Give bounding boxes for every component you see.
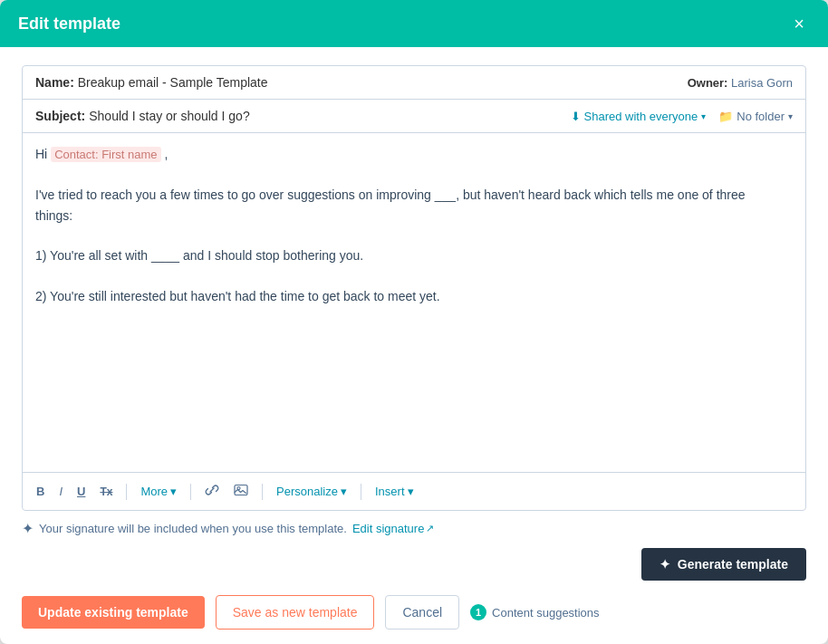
link-button[interactable] [200,480,224,503]
signature-text: Your signature will be included when you… [39,522,347,535]
editor-paragraph-1: I've tried to reach you a few times to g… [35,185,785,226]
name-label: Name: [35,75,74,90]
suggestions-badge: 1 [470,604,486,620]
toolbar-separator-4 [361,484,361,500]
editor-content[interactable]: Hi Contact: First name , I've tried to r… [35,144,793,389]
modal-body: Name: Breakup email - Sample Template Ow… [0,47,828,644]
image-button[interactable] [229,480,253,503]
name-row: Name: Breakup email - Sample Template Ow… [23,66,805,100]
toolbar-separator-3 [262,484,263,500]
subject-left: Subject: Should I stay or should I go? [35,109,250,123]
editor-paragraph-2: 1) You're all set with ____ and I should… [35,245,785,265]
edit-signature-link[interactable]: Edit signature ↗ [352,522,435,535]
generate-template-label: Generate template [678,557,788,572]
editor-toolbar: B I U Tx More ▾ [23,472,805,510]
more-label: More [140,485,168,498]
subject-value: Should I stay or should I go? [89,109,249,123]
update-existing-template-button[interactable]: Update existing template [22,596,205,629]
share-icon: ⬇ [571,110,581,123]
template-card: Name: Breakup email - Sample Template Ow… [22,65,806,511]
generate-template-button[interactable]: ✦ Generate template [641,548,806,581]
contact-token: Contact: First name [51,147,160,162]
subject-right: ⬇ Shared with everyone ▾ 📁 No folder ▾ [571,110,794,123]
personalize-label: Personalize [276,485,338,498]
no-folder-button[interactable]: 📁 No folder ▾ [718,110,793,123]
toolbar-separator-1 [126,484,127,500]
content-suggestions: 1 Content suggestions [470,604,600,620]
generate-row: ✦ Generate template [22,543,806,590]
shared-with-everyone-button[interactable]: ⬇ Shared with everyone ▾ [571,110,707,123]
underline-button[interactable]: U [72,482,90,501]
cancel-button[interactable]: Cancel [385,595,459,630]
more-chevron-icon: ▾ [170,485,177,498]
strikethrough-button[interactable]: Tx [95,483,117,501]
shared-chevron-icon: ▾ [701,111,706,121]
insert-button[interactable]: Insert ▾ [371,482,419,501]
modal: Edit template × Name: Breakup email - Sa… [0,0,828,644]
more-button[interactable]: More ▾ [136,482,181,501]
subject-row: Subject: Should I stay or should I go? ⬇… [23,100,805,133]
modal-close-button[interactable]: × [788,13,810,34]
personalize-button[interactable]: Personalize ▾ [272,482,351,501]
folder-label: No folder [737,110,785,123]
insert-chevron-icon: ▾ [408,485,414,498]
editor-comma: , [164,147,168,161]
owner-value: Larisa Gorn [731,76,793,90]
toolbar-separator-2 [190,484,191,500]
modal-title: Edit template [18,14,120,34]
owner-label: Owner: [688,76,728,90]
personalize-chevron-icon: ▾ [341,485,347,498]
name-value: Breakup email - Sample Template [78,75,268,90]
bold-button[interactable]: B [32,482,49,501]
owner-section: Owner: Larisa Gorn [688,76,793,90]
edit-signature-label: Edit signature [352,522,425,535]
editor-paragraph-3: 2) You're still interested but haven't h… [35,286,785,306]
folder-chevron-icon: ▾ [788,111,793,121]
footer-row: Update existing template Save as new tem… [22,590,806,630]
editor-area[interactable]: Hi Contact: First name , I've tried to r… [23,133,805,472]
italic-button[interactable]: I [54,482,67,501]
insert-label: Insert [375,485,405,498]
signature-icon: ✦ [22,520,34,537]
subject-label: Subject: [35,109,85,123]
save-as-new-template-button[interactable]: Save as new template [216,595,375,630]
editor-hi: Hi [35,147,47,161]
external-link-icon: ↗ [426,523,434,534]
folder-icon: 📁 [718,110,733,123]
name-field: Name: Breakup email - Sample Template [35,75,268,90]
shared-label: Shared with everyone [584,110,698,123]
signature-row: ✦ Your signature will be included when y… [22,511,806,543]
sparkle-icon: ✦ [660,557,670,572]
modal-header: Edit template × [0,0,828,47]
suggestions-label: Content suggestions [492,606,600,620]
